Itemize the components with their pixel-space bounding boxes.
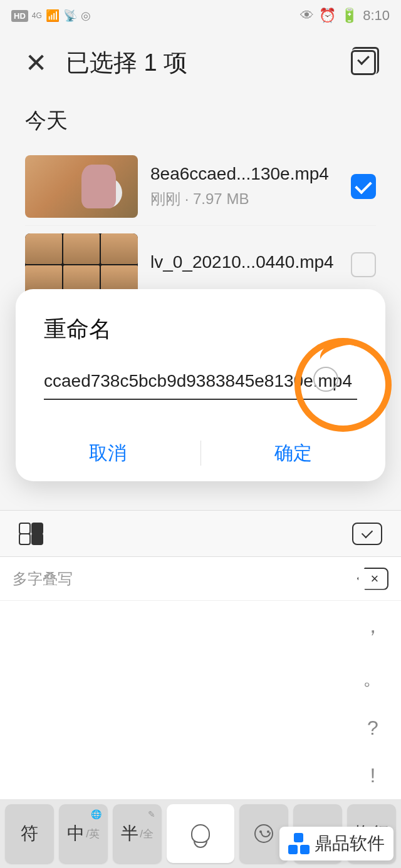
- video-thumbnail: [25, 155, 138, 218]
- space-key[interactable]: [167, 804, 234, 863]
- file-list: 8ea6ccaed...130e.mp4 刚刚 · 7.97 MB lv_0_2…: [0, 148, 401, 304]
- emoji-icon: [254, 824, 273, 843]
- signal-icon: 📶: [46, 9, 60, 23]
- keyboard-menu-icon[interactable]: [19, 523, 41, 545]
- keyboard-collapse-icon[interactable]: [352, 523, 382, 545]
- punct-key[interactable]: 。: [363, 665, 383, 692]
- selection-header: ✕ 已选择 1 项: [0, 31, 401, 94]
- watermark: 鼎品软件: [279, 827, 393, 860]
- language-key[interactable]: 🌐中/英: [59, 804, 108, 863]
- hd-badge: HD: [11, 10, 28, 22]
- handwriting-mode-label: 多字叠写: [13, 569, 73, 589]
- video-thumbnail: [25, 233, 138, 296]
- punctuation-column: ， 。 ? !: [345, 601, 401, 799]
- rename-input[interactable]: [44, 364, 357, 400]
- file-checkbox[interactable]: [351, 174, 376, 199]
- alarm-icon: ⏰: [319, 8, 336, 24]
- punct-key[interactable]: ?: [367, 717, 378, 740]
- file-meta: 刚刚 · 7.97 MB: [150, 189, 338, 209]
- status-bar: HD 4G 📶 📡 ◎ 👁 ⏰ 🔋 8:10: [0, 0, 401, 31]
- section-today: 今天: [0, 94, 401, 148]
- keyboard-area: 多字叠写 ， 。 ? ! 符 🌐中/英 ✎半/全 123 换行: [0, 557, 401, 868]
- battery-icon: 🔋: [341, 8, 358, 24]
- file-item[interactable]: 8ea6ccaed...130e.mp4 刚刚 · 7.97 MB: [25, 148, 376, 226]
- text-cursor-handle[interactable]: [313, 367, 338, 392]
- confirm-button[interactable]: 确定: [201, 425, 386, 481]
- page-title: 已选择 1 项: [66, 47, 332, 79]
- punct-key[interactable]: !: [370, 764, 376, 787]
- backspace-key[interactable]: [357, 568, 388, 590]
- network-type: 4G: [32, 11, 42, 20]
- file-name: 8ea6ccaed...130e.mp4: [150, 164, 338, 184]
- wifi-icon: 📡: [63, 9, 77, 23]
- close-icon[interactable]: ✕: [25, 48, 47, 78]
- keyboard-toolbar: [0, 510, 401, 557]
- watermark-text: 鼎品软件: [315, 832, 385, 855]
- rename-dialog: 重命名 取消 确定: [16, 289, 385, 481]
- mic-icon: [191, 824, 210, 843]
- dialog-title: 重命名: [16, 314, 385, 364]
- nfc-icon: ◎: [81, 9, 91, 23]
- punct-key[interactable]: ，: [363, 613, 383, 640]
- file-checkbox[interactable]: [351, 252, 376, 277]
- clock: 8:10: [363, 8, 390, 24]
- halfwidth-key[interactable]: ✎半/全: [113, 804, 162, 863]
- symbol-key[interactable]: 符: [5, 804, 54, 863]
- select-all-button[interactable]: [351, 50, 376, 75]
- watermark-logo-icon: [288, 833, 310, 854]
- file-name: lv_0_20210...0440.mp4: [150, 252, 338, 272]
- cancel-button[interactable]: 取消: [16, 425, 200, 481]
- eye-icon: 👁: [300, 8, 314, 24]
